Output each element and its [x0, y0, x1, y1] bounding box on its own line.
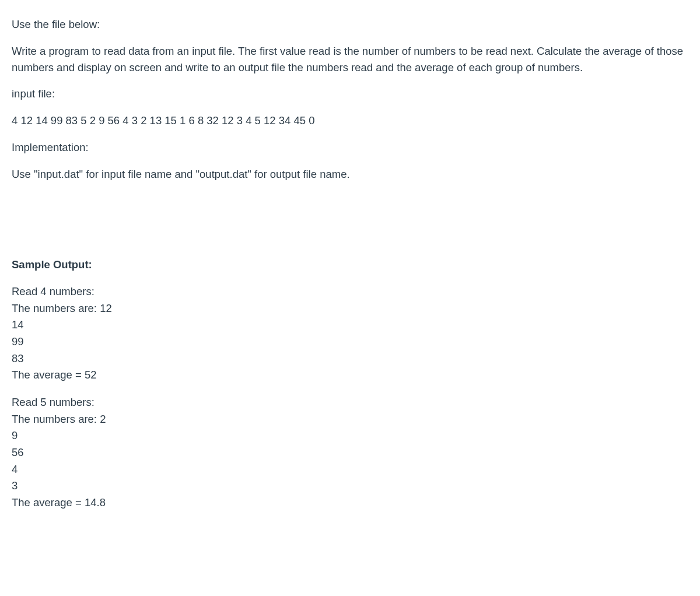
- number-value: 14: [12, 317, 688, 334]
- number-value: 99: [12, 334, 688, 350]
- output-group: Read 4 numbers: The numbers are: 12 14 9…: [12, 283, 688, 384]
- number-value: 9: [12, 427, 688, 444]
- implementation-text: Use "input.dat" for input file name and …: [12, 166, 688, 183]
- intro-text: Use the file below:: [12, 16, 688, 33]
- implementation-label: Implementation:: [12, 139, 688, 156]
- number-value: 3: [12, 478, 688, 495]
- read-line: Read 5 numbers:: [12, 394, 688, 411]
- input-file-label: input file:: [12, 86, 688, 102]
- description-text: Write a program to read data from an inp…: [12, 43, 688, 76]
- spacer: [12, 192, 688, 257]
- numbers-line: The numbers are: 12: [12, 300, 688, 317]
- numbers-line: The numbers are: 2: [12, 411, 688, 428]
- average-line: The average = 14.8: [12, 495, 688, 511]
- number-value: 83: [12, 350, 688, 367]
- average-line: The average = 52: [12, 367, 688, 384]
- output-group: Read 5 numbers: The numbers are: 2 9 56 …: [12, 394, 688, 511]
- read-line: Read 4 numbers:: [12, 283, 688, 300]
- input-file-content: 4 12 14 99 83 5 2 9 56 4 3 2 13 15 1 6 8…: [12, 113, 688, 129]
- number-value: 4: [12, 461, 688, 478]
- number-value: 56: [12, 444, 688, 461]
- sample-output-label: Sample Output:: [12, 257, 688, 273]
